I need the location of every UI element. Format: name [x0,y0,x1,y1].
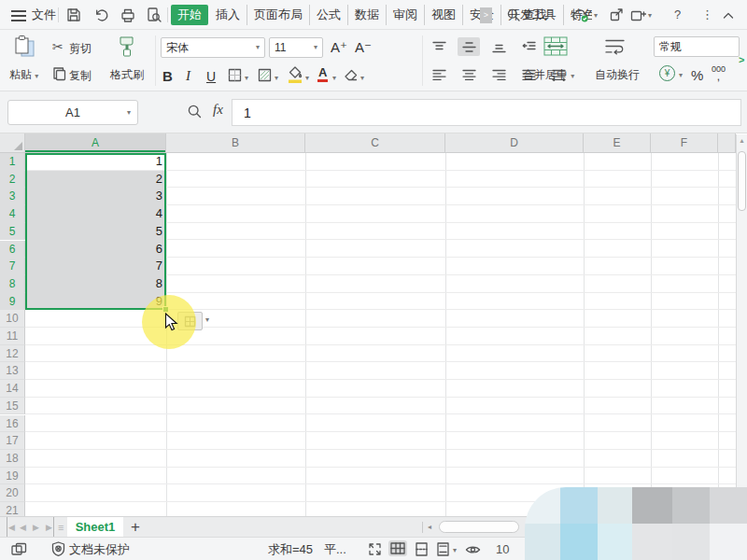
wrap-text-button[interactable]: 自动换行 [595,67,640,83]
cell-A3[interactable]: 3 [25,188,166,205]
search-icon[interactable] [506,7,521,22]
next-sheet-icon[interactable]: ▶ [33,517,39,538]
row-header-13[interactable]: 13 [0,362,25,380]
normal-view-button[interactable] [388,540,407,556]
dropdown-icon[interactable]: ▾ [256,44,260,51]
reading-mode-eye-icon[interactable] [465,544,481,555]
row-header-17[interactable]: 17 [0,432,25,450]
zoom-level[interactable]: 10 [496,538,509,560]
cell-A1[interactable]: 1 [25,153,166,171]
hamburger-menu-icon[interactable] [11,10,26,12]
vertical-scroll-thumb[interactable] [738,151,746,211]
prev-sheet-icon[interactable]: ◀ [20,517,26,538]
insert-function-icon[interactable]: fx [213,102,223,118]
select-all-corner[interactable] [0,133,25,153]
sheet-list-icon[interactable]: ≡ [58,517,63,538]
view-dropdown-icon[interactable]: ▾ [453,547,457,554]
scroll-up-icon[interactable]: ▴ [737,134,747,147]
align-center-button[interactable] [458,65,480,84]
search-label[interactable]: 查找 [523,0,547,30]
eraser-button[interactable] [344,68,359,82]
row-header-4[interactable]: 4 [0,205,25,223]
cloud-sync-icon[interactable] [571,7,591,23]
print-preview-icon[interactable] [146,7,162,23]
horizontal-scroll-thumb[interactable] [439,521,519,533]
cell-A6[interactable]: 6 [25,241,166,259]
row-header-7[interactable]: 7 [0,258,25,275]
column-header-B[interactable]: B [166,133,305,153]
paste-button[interactable]: 粘贴 ▾ [9,67,38,83]
shading-button[interactable] [258,68,272,82]
borders-button[interactable] [228,68,242,82]
column-header-A[interactable]: A [25,133,166,153]
menu-tab-6[interactable]: 审阅 [387,5,425,25]
window-dropdown-icon[interactable]: ▾ [648,12,652,20]
save-icon[interactable] [65,7,82,23]
row-header-21[interactable]: 21 [0,502,25,516]
comma-format-button[interactable]: 000, [712,65,726,81]
row-header-19[interactable]: 19 [0,468,25,485]
collapse-ribbon-icon[interactable] [722,11,735,20]
currency-dropdown-icon[interactable]: ▾ [679,72,683,79]
font-name-select[interactable]: 宋体▾ [161,37,265,58]
paste-icon[interactable] [13,35,37,61]
undo-icon[interactable] [92,7,109,23]
font-color-dropdown-icon[interactable]: ▾ [332,75,336,82]
column-header-E[interactable]: E [584,133,651,153]
row-header-15[interactable]: 15 [0,398,25,415]
page-layout-view-button[interactable] [436,542,450,556]
first-sheet-icon[interactable]: ◀ [7,517,15,538]
menu-tab-1[interactable]: 开始 [171,5,208,25]
share-icon[interactable] [609,7,624,22]
new-window-icon[interactable] [629,7,646,22]
row-header-14[interactable]: 14 [0,380,25,398]
name-box[interactable]: A1 ▾ [7,100,138,125]
menu-tab-3[interactable]: 页面布局 [247,5,310,25]
row-header-18[interactable]: 18 [0,450,25,468]
highlight-color-button[interactable] [288,65,303,84]
cell-A8[interactable]: 8 [25,275,166,293]
decrease-font-button[interactable]: A⁻ [355,39,372,56]
page-break-view-button[interactable] [415,542,429,556]
row-header-1[interactable]: 1 [0,153,25,171]
increase-font-button[interactable]: A⁺ [331,39,347,56]
formula-input[interactable]: 1 [232,99,741,126]
print-icon[interactable] [120,7,136,22]
row-header-9[interactable]: 9 [0,293,25,311]
sheet-tab-sheet1[interactable]: Sheet1 [67,517,123,538]
currency-format-button[interactable]: ¥ [659,65,675,81]
cell-A7[interactable]: 7 [25,258,166,275]
column-header-partial[interactable] [718,133,736,153]
row-header-6[interactable]: 6 [0,241,25,259]
workbook-icon[interactable] [11,542,27,556]
italic-button[interactable]: I [186,65,190,84]
spreadsheet-grid[interactable]: ABCDEF123456789101112131415161718192021 … [0,133,747,516]
number-format-select[interactable]: 常规 [654,36,740,57]
underline-button[interactable]: U [206,65,216,84]
file-menu[interactable]: 文件 [32,0,56,30]
more-options-icon[interactable]: ⋮ [701,0,713,30]
hscroll-left-icon[interactable]: ◂ [428,517,431,538]
font-size-select[interactable]: 11▾ [269,37,323,58]
autofill-dropdown-icon[interactable]: ▾ [205,316,209,324]
format-painter-button[interactable]: 格式刷 [110,67,144,83]
cloud-dropdown-icon[interactable]: ▾ [594,12,598,20]
highlight-dropdown-icon[interactable]: ▾ [305,75,309,82]
column-header-F[interactable]: F [651,133,718,153]
borders-dropdown-icon[interactable]: ▾ [245,75,248,82]
column-header-D[interactable]: D [445,133,584,153]
row-header-16[interactable]: 16 [0,415,25,433]
formula-search-icon[interactable] [187,104,203,119]
dropdown-icon[interactable]: ▾ [314,44,317,51]
row-header-10[interactable]: 10 [0,310,25,328]
align-top-button[interactable] [428,37,450,56]
menu-tab-7[interactable]: 视图 [425,5,463,25]
row-header-5[interactable]: 5 [0,223,25,241]
shading-dropdown-icon[interactable]: ▾ [275,75,278,82]
column-header-C[interactable]: C [305,133,445,153]
bold-button[interactable]: B [162,65,173,84]
percent-format-button[interactable]: % [691,67,703,83]
row-header-3[interactable]: 3 [0,188,25,205]
last-sheet-icon[interactable]: ▶ [46,517,54,538]
row-header-12[interactable]: 12 [0,345,25,363]
